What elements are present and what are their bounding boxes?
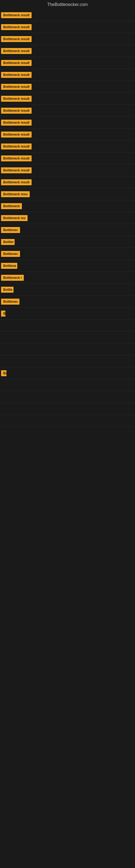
list-item: Bottleneck r [0, 272, 135, 284]
list-item: Bottleneck result [0, 57, 135, 69]
list-item: Bottleneck result [0, 117, 135, 129]
bottleneck-badge[interactable]: Bottleneck result [1, 144, 32, 150]
list-item: Bottler [0, 236, 135, 248]
bottleneck-badge[interactable]: Bottleneck result [1, 167, 32, 173]
bottleneck-badge[interactable]: Bottleneck result [1, 60, 32, 66]
list-item: Bo [0, 367, 135, 379]
list-item: Bottle [0, 284, 135, 296]
list-item: Bottleneck result [0, 45, 135, 57]
bottleneck-badge[interactable]: Bottle [1, 287, 13, 293]
bottleneck-badge[interactable]: Bottlenec [1, 299, 19, 305]
site-title: TheBottlenecker.com [0, 0, 135, 9]
list-item: Bottleneck result [0, 141, 135, 152]
bottleneck-badge[interactable]: Bottleneck result [1, 36, 32, 42]
bottleneck-badge[interactable]: Bottleneck r [1, 275, 24, 281]
bottleneck-badge[interactable]: Bottleneck result [1, 155, 32, 161]
bottleneck-badge[interactable]: Bottlenec [1, 251, 20, 257]
list-item: Bottleneck resu [0, 188, 135, 200]
bottleneck-badge[interactable]: Bottleneck result [1, 12, 32, 18]
list-item: Bottleneck [0, 200, 135, 212]
list-item: Bottleneck result [0, 152, 135, 164]
list-item: Bottlenec [0, 224, 135, 236]
list-item: Bottleneck result [0, 9, 135, 21]
list-item: Bottleneck result [0, 69, 135, 81]
bottleneck-badge[interactable]: Bottler [1, 239, 14, 245]
list-item: Bottleneck result [0, 21, 135, 33]
bottleneck-badge[interactable]: Bottleneck result [1, 72, 32, 78]
list-item [0, 319, 135, 332]
list-item [0, 343, 135, 355]
bottleneck-badge[interactable]: Bottleneck [1, 203, 22, 209]
list-item [0, 379, 135, 391]
bottleneck-badge[interactable]: Bottleneck res [1, 215, 28, 221]
list-item: Bottleneck result [0, 105, 135, 117]
list-item: Bottleneck result [0, 93, 135, 105]
list-item [0, 403, 135, 415]
list-item: Bottleneck result [0, 129, 135, 141]
bottleneck-badge[interactable]: Bottleneck result [1, 179, 32, 185]
bottleneck-badge[interactable]: Bottleneck result [1, 24, 32, 30]
bottleneck-badge[interactable]: Bo [1, 370, 6, 376]
list-item: Bottleneck result [0, 164, 135, 176]
list-item: Bottleneck res [0, 212, 135, 224]
list-item [0, 391, 135, 403]
list-item: Bottleneck result [0, 81, 135, 93]
bottleneck-badge[interactable]: Bottleneck result [1, 131, 32, 137]
bottleneck-badge[interactable]: Bottleneck result [1, 120, 32, 126]
bottleneck-badge[interactable]: Bottleneck resu [1, 191, 30, 197]
list-item [0, 332, 135, 343]
list-item [0, 355, 135, 367]
list-item: Bottlene [0, 260, 135, 272]
bottleneck-badge[interactable]: Bottlenec [1, 227, 20, 233]
bottleneck-badge[interactable]: Bottleneck result [1, 84, 32, 90]
bottleneck-badge[interactable]: Bottleneck result [1, 48, 32, 54]
list-item: Bottlenec [0, 296, 135, 308]
bottleneck-list: Bottleneck resultBottleneck resultBottle… [0, 9, 135, 427]
list-item: Bottleneck result [0, 33, 135, 45]
bottleneck-badge[interactable]: Bottleneck result [1, 96, 32, 102]
list-item: Bottlenec [0, 248, 135, 260]
bottleneck-badge[interactable]: Bottlene [1, 263, 17, 269]
site-title-container: TheBottlenecker.com [0, 0, 135, 9]
list-item: B [0, 308, 135, 319]
list-item: Bottleneck result [0, 176, 135, 188]
bottleneck-badge[interactable]: Bottleneck result [1, 108, 32, 114]
bottleneck-badge[interactable]: B [1, 311, 5, 316]
list-item [0, 415, 135, 427]
